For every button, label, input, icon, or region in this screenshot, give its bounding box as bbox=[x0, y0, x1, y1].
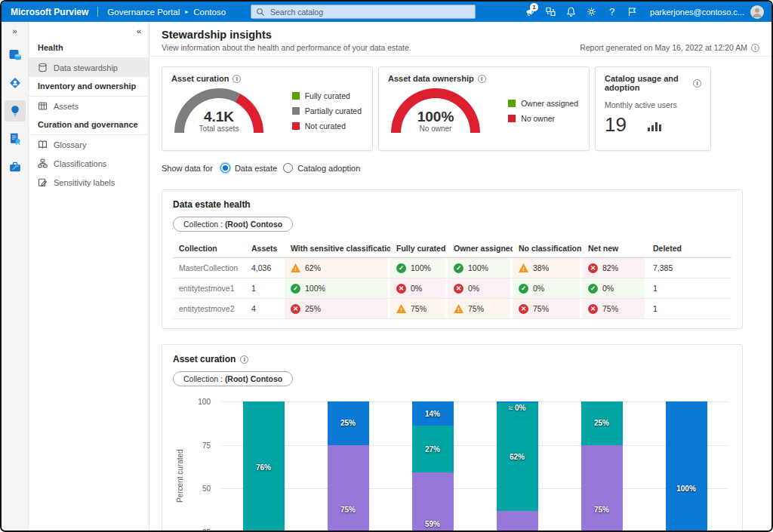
bar-segment: 100% bbox=[666, 401, 707, 530]
status-cell-content: ✓0% bbox=[513, 278, 580, 298]
status-cell: !62% bbox=[285, 258, 390, 278]
success-icon: ✓ bbox=[291, 284, 300, 294]
page-subtitle: View information about the health and pe… bbox=[162, 43, 411, 52]
search-box[interactable] bbox=[251, 5, 476, 19]
switch-directory-icon[interactable] bbox=[540, 2, 561, 22]
classifications-icon bbox=[38, 158, 48, 168]
help-icon[interactable] bbox=[602, 2, 622, 22]
sidebar-item-data-stewardship[interactable]: Data stewardship bbox=[29, 58, 149, 77]
success-icon: ✓ bbox=[519, 284, 528, 294]
rail-insights-icon[interactable] bbox=[5, 100, 26, 121]
catalog-usage-card: Catalog usage and adoption Monthly activ… bbox=[595, 66, 711, 151]
stacked-bar-4: ≈ 0%62% bbox=[497, 401, 538, 530]
settings-icon[interactable] bbox=[581, 2, 602, 22]
sidebar-item-sensitivity-labels[interactable]: Sensitivity labels bbox=[29, 173, 149, 192]
collection-name-cell[interactable]: MasterCollection bbox=[173, 258, 245, 278]
status-cell-content: ✕75% bbox=[582, 299, 645, 318]
legend-item: Owner assigned bbox=[508, 99, 578, 108]
rail-data-sources-icon[interactable] bbox=[5, 45, 26, 66]
stacked-bar-6: 100% bbox=[666, 401, 707, 530]
collection-filter-prefix: Collection : bbox=[183, 220, 223, 229]
bar-segment: 75% bbox=[328, 445, 369, 531]
collection-name-cell[interactable]: entitytestmove1 bbox=[173, 278, 245, 299]
status-value: 0% bbox=[468, 284, 479, 293]
legend-item: Not curated bbox=[292, 121, 362, 131]
topbar-actions: 1 parkerjones@contoso.c... bbox=[520, 2, 765, 22]
search-input[interactable] bbox=[269, 7, 470, 17]
collection-filter-pill[interactable]: Collection : (Root) Contoso bbox=[173, 371, 293, 386]
feedback-icon[interactable] bbox=[622, 2, 642, 22]
radio-label: Catalog adoption bbox=[297, 164, 360, 173]
sidebar-collapse-icon[interactable]: « bbox=[137, 26, 141, 35]
status-cell: ✕25% bbox=[285, 299, 390, 319]
collection-filter-prefix: Collection : bbox=[183, 374, 223, 383]
bar-segment-label: 59% bbox=[425, 520, 440, 528]
report-info-icon[interactable] bbox=[751, 44, 759, 52]
sidebar-item-assets[interactable]: Assets bbox=[29, 97, 149, 115]
bar-slot: 76% bbox=[221, 401, 306, 530]
deleted-count-cell: 7,385 bbox=[647, 258, 691, 278]
status-value: 82% bbox=[602, 263, 618, 272]
catalog-usage-info-icon[interactable] bbox=[693, 79, 701, 88]
bar-slot: 25%75% bbox=[559, 401, 644, 530]
bar-segment-label: 25% bbox=[594, 419, 609, 427]
error-icon: ✕ bbox=[588, 263, 598, 273]
bar-segment-label: 62% bbox=[510, 453, 525, 461]
breadcrumb-tenant[interactable]: Contoso bbox=[193, 8, 226, 17]
asset-curation-section-info-icon[interactable] bbox=[240, 355, 248, 364]
y-axis-tick: 100 bbox=[189, 398, 211, 406]
sidebar-item-label: Glossary bbox=[54, 140, 86, 149]
status-value: 100% bbox=[305, 284, 325, 293]
collection-filter-pill[interactable]: Collection : (Root) Contoso bbox=[173, 217, 293, 232]
whats-new-icon[interactable]: 1 bbox=[520, 2, 540, 22]
app-brand[interactable]: Microsoft Purview bbox=[11, 7, 88, 17]
search-icon bbox=[256, 8, 265, 17]
purview-app-window: Microsoft Purview Governance Portal ▸ Co… bbox=[0, 0, 773, 532]
radio-data-estate[interactable] bbox=[220, 163, 230, 173]
chart-bars: 76%25%75%14%27%59%≈ 0%62%25%75%100% bbox=[221, 401, 728, 530]
legend-item: No owner bbox=[508, 114, 578, 123]
table-row: entitytestmove24✕25%!75%!75%✕75%✕75%1 bbox=[173, 299, 731, 319]
sidebar-item-label: Assets bbox=[54, 102, 79, 111]
rail-expand-icon[interactable]: » bbox=[12, 26, 17, 35]
asset-curation-chart: Percent curated 76%25%75%14%27%59%≈ 0%62… bbox=[173, 395, 731, 530]
rail-management-icon[interactable] bbox=[5, 156, 26, 177]
status-value: 75% bbox=[602, 304, 618, 313]
data-estate-health-section: Data estate health Collection : (Root) C… bbox=[162, 189, 743, 329]
radio-catalog-adoption[interactable] bbox=[283, 163, 293, 173]
sidebar-item-classifications[interactable]: Classifications bbox=[29, 154, 149, 173]
chart-y-axis-label: Percent curated bbox=[176, 449, 184, 503]
rail-data-map-icon[interactable] bbox=[5, 72, 26, 94]
y-axis-tick: 25 bbox=[189, 527, 211, 530]
account-email[interactable]: parkerjones@contoso.c... bbox=[650, 8, 744, 17]
stacked-bar-5: 25%75% bbox=[581, 401, 623, 530]
asset-data-ownership-info-icon[interactable] bbox=[478, 75, 486, 83]
status-value: 38% bbox=[533, 263, 549, 272]
error-icon: ✕ bbox=[519, 304, 528, 314]
success-icon: ✓ bbox=[396, 263, 406, 273]
catalog-usage-card-title: Catalog usage and adoption bbox=[605, 74, 689, 92]
breadcrumb-portal[interactable]: Governance Portal bbox=[107, 8, 180, 17]
status-cell-content: ✓100% bbox=[390, 258, 445, 278]
asset-curation-info-icon[interactable] bbox=[233, 75, 241, 83]
bar-segment-label: 100% bbox=[676, 484, 696, 493]
filler-cell bbox=[691, 278, 731, 299]
radio-option-data-estate[interactable]: Data estate bbox=[220, 163, 277, 173]
avatar[interactable] bbox=[750, 5, 764, 19]
sensitivity-labels-icon bbox=[38, 177, 48, 187]
notifications-icon[interactable] bbox=[561, 2, 581, 22]
column-header: Net new bbox=[582, 239, 647, 258]
asset-curation-legend: Fully curatedPartially curatedNot curate… bbox=[292, 91, 362, 131]
status-cell: ✓100% bbox=[390, 258, 448, 278]
legend-label: Not curated bbox=[305, 121, 346, 131]
bar-segment-label: 75% bbox=[340, 506, 356, 514]
rail-data-policy-icon[interactable] bbox=[5, 128, 26, 149]
status-value: 25% bbox=[305, 304, 321, 313]
sidebar-item-glossary[interactable]: Glossary bbox=[29, 135, 149, 154]
collection-name-cell[interactable]: entitytestmove2 bbox=[173, 299, 245, 319]
radio-option-catalog-adoption[interactable]: Catalog adoption bbox=[283, 163, 360, 173]
breadcrumb: Governance Portal ▸ Contoso bbox=[107, 8, 226, 17]
legend-swatch bbox=[508, 100, 516, 107]
filler-cell bbox=[691, 258, 731, 278]
asset-data-ownership-card: Asset data ownership 100% No owner Owner… bbox=[378, 66, 590, 151]
